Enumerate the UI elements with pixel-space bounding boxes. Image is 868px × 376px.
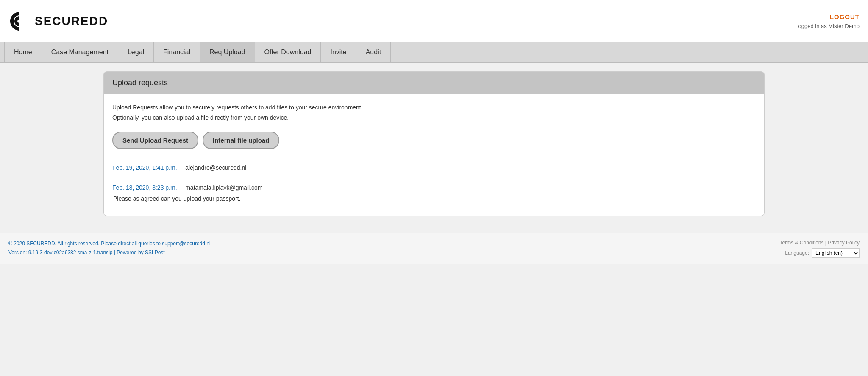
entry-date-2[interactable]: Feb. 18, 2020, 3:23 p.m. — [112, 184, 177, 191]
footer-links: Terms & Conditions | Privacy Policy — [779, 240, 860, 246]
privacy-link[interactable]: Privacy Policy — [828, 240, 860, 246]
upload-entry-1: Feb. 19, 2020, 1:41 p.m. | alejandro@sec… — [112, 159, 756, 179]
logged-in-text: Logged in as Mister Demo — [795, 23, 860, 29]
internal-file-upload-button[interactable]: Internal file upload — [203, 132, 279, 149]
description-text: Upload Requests allow you to securely re… — [112, 103, 756, 123]
footer-left: © 2020 SECUREDD. All rights reserved. Pl… — [8, 239, 211, 258]
card-title: Upload requests — [112, 79, 756, 87]
support-email-link[interactable]: support@securedd.nl — [162, 241, 210, 247]
entry-separator-1: | — [181, 164, 182, 171]
entry-separator-2: | — [181, 184, 182, 191]
description-line1: Upload Requests allow you to securely re… — [112, 104, 363, 111]
language-label: Language: — [785, 250, 809, 256]
entry-email-2: matamala.liplavk@gmail.com — [185, 184, 262, 191]
content-card: Upload requests Upload Requests allow yo… — [103, 71, 765, 216]
copyright-text: © 2020 SECUREDD. All rights reserved. Pl… — [8, 241, 161, 247]
card-header: Upload requests — [104, 72, 764, 94]
footer-copyright-row: © 2020 SECUREDD. All rights reserved. Pl… — [8, 239, 211, 249]
nav-item-offer-download[interactable]: Offer Download — [255, 42, 321, 62]
language-select[interactable]: English (en) Nederlands (nl) — [812, 248, 860, 258]
entry-email-1: alejandro@securedd.nl — [185, 164, 246, 171]
logo-area: SECUREDD — [8, 10, 108, 32]
card-body: Upload Requests allow you to securely re… — [104, 94, 764, 216]
header-right: LOGOUT Logged in as Mister Demo — [795, 13, 860, 29]
nav-item-req-upload[interactable]: Req Upload — [200, 42, 255, 62]
footer-version-row: Version: 9.19.3-dev c02a6382 sma-z-1.tra… — [8, 248, 211, 258]
footer-right: Terms & Conditions | Privacy Policy Lang… — [779, 240, 860, 258]
main-content: Upload requests Upload Requests allow yo… — [95, 63, 773, 224]
language-select-row: Language: English (en) Nederlands (nl) — [785, 248, 860, 258]
nav-item-invite[interactable]: Invite — [321, 42, 356, 62]
terms-link[interactable]: Terms & Conditions — [779, 240, 823, 246]
nav-item-legal[interactable]: Legal — [118, 42, 154, 62]
send-upload-request-button[interactable]: Send Upload Request — [112, 132, 198, 149]
logout-button[interactable]: LOGOUT — [795, 13, 860, 20]
logo-text: SECUREDD — [35, 14, 108, 28]
nav-item-audit[interactable]: Audit — [356, 42, 391, 62]
upload-entry-2: Feb. 18, 2020, 3:23 p.m. | matamala.lipl… — [112, 179, 756, 207]
footer: © 2020 SECUREDD. All rights reserved. Pl… — [0, 233, 868, 264]
entry-header-1: Feb. 19, 2020, 1:41 p.m. | alejandro@sec… — [112, 164, 756, 171]
nav-item-financial[interactable]: Financial — [154, 42, 200, 62]
logo-icon — [8, 10, 31, 32]
entry-header-2: Feb. 18, 2020, 3:23 p.m. | matamala.lipl… — [112, 184, 756, 191]
version-text: Version: 9.19.3-dev c02a6382 sma-z-1.tra… — [8, 250, 144, 255]
entry-message-2: Please as agreed can you upload your pas… — [112, 194, 756, 202]
nav-bar: Home Case Management Legal Financial Req… — [0, 42, 868, 63]
entry-date-1[interactable]: Feb. 19, 2020, 1:41 p.m. — [112, 164, 177, 171]
header: SECUREDD LOGOUT Logged in as Mister Demo — [0, 0, 868, 42]
button-row: Send Upload Request Internal file upload — [112, 132, 756, 149]
nav-item-case-management[interactable]: Case Management — [42, 42, 118, 62]
description-line2: Optionally, you can also upload a file d… — [112, 114, 289, 121]
powered-by-link[interactable]: SSLPost — [145, 250, 165, 255]
nav-item-home[interactable]: Home — [4, 42, 42, 62]
